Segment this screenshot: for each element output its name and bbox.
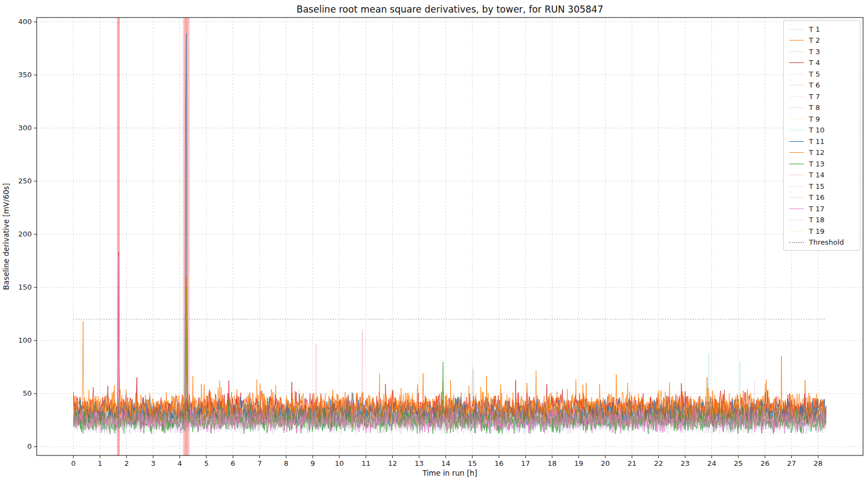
legend-item: T 14 [789, 170, 855, 181]
legend-label: T 4 [809, 59, 820, 67]
legend-line-swatch [789, 186, 804, 187]
legend-label: T 7 [809, 93, 820, 101]
legend-line-swatch [789, 209, 804, 209]
legend-label: Threshold [809, 238, 844, 246]
y-tick-label: 200 [18, 230, 32, 238]
legend-line-swatch [789, 119, 804, 119]
legend-label: T 2 [809, 36, 820, 44]
legend-line-swatch [789, 62, 804, 63]
x-tick-label: 9 [310, 459, 315, 467]
x-tick-label: 20 [601, 459, 610, 467]
legend: T 1T 2T 3T 4T 5T 6T 7T 8T 9T 10T 11T 12T… [783, 20, 860, 251]
x-tick-label: 2 [124, 459, 129, 467]
legend-label: T 19 [809, 227, 825, 235]
x-tick-label: 12 [388, 459, 397, 467]
legend-line-swatch [789, 141, 804, 142]
x-tick-label: 7 [257, 459, 262, 467]
legend-item: T 13 [789, 158, 855, 170]
legend-item: T 3 [789, 46, 855, 57]
x-tick-label: 18 [548, 459, 557, 467]
legend-label: T 11 [809, 137, 825, 146]
x-tick-label: 17 [521, 459, 530, 467]
legend-item: Threshold [789, 237, 855, 249]
x-tick-label: 26 [760, 459, 769, 467]
legend-line-swatch [789, 164, 804, 164]
x-tick-label: 15 [468, 459, 477, 467]
legend-item: T 18 [789, 215, 855, 226]
legend-line-swatch [789, 231, 804, 232]
x-tick-label: 27 [787, 459, 796, 467]
x-tick-label: 19 [574, 459, 583, 467]
x-tick-label: 1 [98, 459, 102, 467]
legend-item: T 5 [789, 68, 855, 80]
axes [34, 18, 863, 458]
legend-item: T 6 [789, 80, 855, 91]
legend-label: T 9 [809, 115, 820, 123]
y-tick-label: 50 [22, 389, 32, 397]
y-tick-label: 350 [18, 71, 32, 79]
x-tick-label: 16 [494, 459, 504, 467]
x-tick-label: 23 [681, 459, 690, 467]
x-axis-label: Time in run [h] [422, 469, 477, 477]
legend-label: T 16 [809, 193, 825, 201]
legend-line-swatch [789, 220, 804, 220]
x-tick-label: 13 [415, 459, 424, 467]
x-tick-label: 0 [71, 459, 76, 467]
x-tick-label: 5 [204, 459, 209, 467]
legend-item: T 7 [789, 91, 855, 102]
legend-label: T 5 [809, 70, 820, 78]
grid-lines [37, 18, 863, 455]
legend-item: T 2 [789, 35, 855, 47]
x-tick-label: 25 [734, 459, 743, 467]
legend-item: T 8 [789, 102, 855, 114]
legend-line-swatch [789, 74, 804, 74]
y-tick-label: 400 [18, 18, 32, 26]
x-tick-label: 8 [284, 459, 288, 467]
legend-label: T 18 [809, 216, 825, 224]
figure: 0123456789101112131415161718192021222324… [0, 0, 868, 485]
y-axis-label: Baseline derivative [mV/60s] [2, 183, 10, 290]
y-tick-label: 250 [18, 177, 32, 185]
legend-label: T 13 [809, 160, 825, 168]
legend-line-swatch [789, 175, 804, 175]
x-tick-label: 10 [335, 459, 344, 467]
x-tick-label: 24 [707, 459, 716, 467]
x-tick-label: 21 [627, 459, 636, 467]
legend-label: T 14 [809, 171, 825, 179]
legend-item: T 12 [789, 147, 855, 159]
legend-line-swatch [789, 40, 804, 41]
x-tick-label: 28 [814, 459, 823, 467]
y-tick-label: 150 [18, 283, 32, 291]
x-tick-label: 4 [177, 459, 182, 467]
legend-line-swatch [789, 51, 804, 52]
legend-item: T 15 [789, 181, 855, 192]
x-tick-label: 14 [441, 459, 450, 467]
chart-canvas: 0123456789101112131415161718192021222324… [0, 0, 868, 485]
legend-label: T 3 [809, 48, 820, 56]
legend-item: T 11 [789, 136, 855, 147]
legend-label: T 15 [809, 182, 825, 190]
x-tick-label: 22 [654, 459, 663, 467]
x-tick-label: 11 [361, 459, 371, 467]
legend-item: T 1 [789, 24, 855, 35]
legend-line-swatch [789, 96, 804, 97]
chart-title: Baseline root mean square derivatives, b… [297, 4, 603, 15]
legend-line-swatch [789, 107, 804, 108]
y-tick-label: 300 [18, 124, 32, 132]
legend-label: T 6 [809, 81, 820, 89]
x-tick-label: 6 [231, 459, 235, 467]
legend-line-swatch [789, 197, 804, 198]
legend-label: T 12 [809, 148, 825, 157]
legend-item: T 17 [789, 203, 855, 215]
legend-label: T 10 [809, 126, 825, 134]
legend-item: T 19 [789, 226, 855, 237]
legend-item: T 16 [789, 192, 855, 204]
legend-line-swatch [789, 29, 804, 30]
legend-line-swatch [789, 85, 804, 85]
legend-item: T 4 [789, 57, 855, 69]
legend-line-swatch [789, 130, 804, 130]
legend-label: T 17 [809, 205, 825, 213]
legend-item: T 10 [789, 125, 855, 136]
legend-item: T 9 [789, 113, 855, 125]
y-tick-label: 100 [18, 336, 32, 344]
